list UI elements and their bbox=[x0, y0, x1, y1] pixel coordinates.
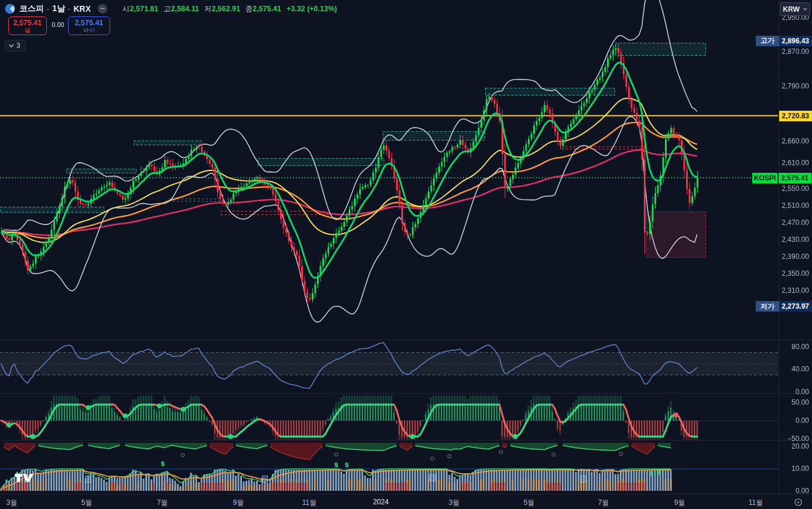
price-axis[interactable]: 2,950.002,870.002,790.002,660.002,610.00… bbox=[779, 0, 812, 494]
level-line-marker: 2,720.83 bbox=[779, 111, 812, 121]
session-high-marker: 고가 2,896.43 bbox=[756, 36, 812, 46]
spread-value: 0.00 bbox=[49, 21, 67, 28]
rsi-tick-label: 40.00 bbox=[779, 365, 812, 374]
currency-selector[interactable]: KRW bbox=[780, 2, 810, 16]
price-tick-label: 2,390.00 bbox=[779, 252, 812, 261]
osc-tick-label: 0.00 bbox=[779, 416, 812, 425]
session-low-marker: 저가 2,273.97 bbox=[756, 301, 812, 312]
time-month-label: 7월 bbox=[598, 498, 609, 508]
symbol-name[interactable]: 코스피 bbox=[19, 4, 44, 14]
ohlc-pair: 종2,575.41 bbox=[245, 4, 281, 14]
time-month-label: 3월 bbox=[449, 498, 460, 508]
ohlc-value: 2,575.41 bbox=[253, 5, 281, 13]
lower-tick-label: 20.00 bbox=[779, 442, 812, 451]
buy-price: 2,575.41 bbox=[75, 19, 104, 27]
ohlc-label: 시 bbox=[122, 5, 130, 13]
time-month-label: 11월 bbox=[302, 498, 316, 508]
gear-icon bbox=[794, 498, 803, 507]
price-tick-label: 2,870.00 bbox=[779, 47, 812, 56]
time-month-label: 11월 bbox=[749, 498, 763, 508]
currency-label: KRW bbox=[783, 5, 799, 13]
price-tick-label: 2,470.00 bbox=[779, 218, 812, 227]
price-tick-label: 2,610.00 bbox=[779, 159, 812, 168]
high-tag: 고가 bbox=[756, 36, 779, 46]
tradingview-logo-icon bbox=[14, 472, 34, 484]
price-tick-label: 2,430.00 bbox=[779, 235, 812, 244]
indicators-count: 3 bbox=[16, 42, 21, 50]
sell-button[interactable]: 2,575.41 셀 bbox=[8, 16, 47, 35]
ohlc-label: 종 bbox=[245, 5, 253, 13]
rsi-tick-label: 0.00 bbox=[779, 388, 812, 397]
change-value: +3.32 (+0.13%) bbox=[286, 5, 337, 13]
price-chart-canvas[interactable] bbox=[0, 0, 812, 509]
current-value: 2,575.41 bbox=[779, 173, 811, 183]
exchange-label: KRX bbox=[73, 4, 91, 13]
sell-price: 2,575.41 bbox=[13, 19, 42, 27]
price-tick-label: 2,310.00 bbox=[779, 286, 812, 295]
time-year-label: 2024 bbox=[373, 498, 389, 506]
lower-tick-label: 10.00 bbox=[779, 464, 812, 473]
osc-tick-label: 50.00 bbox=[779, 398, 812, 407]
sell-label: 셀 bbox=[25, 27, 30, 33]
time-axis[interactable]: 3월5월7월9월11월20243월5월7월9월11월 bbox=[0, 494, 812, 509]
chevron-down-icon bbox=[9, 44, 14, 47]
price-tick-label: 2,790.00 bbox=[779, 82, 812, 91]
buy-button[interactable]: 2,575.41 바이 bbox=[68, 16, 110, 35]
ohlc-label: 고 bbox=[163, 5, 171, 13]
time-month-label: 5월 bbox=[81, 498, 93, 508]
axis-settings-button[interactable] bbox=[792, 497, 804, 507]
ohlc-value: 2,584.11 bbox=[171, 5, 199, 13]
ohlc-pair: 저2,562.91 bbox=[204, 4, 240, 14]
level-value: 2,720.83 bbox=[782, 112, 809, 120]
separator: · bbox=[47, 5, 49, 13]
ohlc-value: 2,571.81 bbox=[130, 5, 159, 13]
tradingview-logo[interactable] bbox=[14, 472, 34, 486]
low-tag: 저가 bbox=[756, 301, 779, 312]
buy-label: 바이 bbox=[83, 27, 95, 33]
ohlc-pair: 시2,571.81 bbox=[122, 4, 158, 14]
chart-header: 코스피 · 1날 · KRX – 시2,571.81고2,584.11저2,56… bbox=[5, 2, 337, 15]
low-value: 2,273.97 bbox=[779, 301, 812, 312]
collapse-legend-button[interactable]: – bbox=[98, 4, 107, 13]
rsi-tick-label: 80.00 bbox=[779, 343, 812, 351]
ohlc-label: 저 bbox=[204, 5, 212, 13]
price-tick-label: 2,510.00 bbox=[779, 201, 812, 210]
current-price-marker: KOSPI 2,575.41 bbox=[752, 173, 811, 183]
trading-chart-app: 코스피 · 1날 · KRX – 시2,571.81고2,584.11저2,56… bbox=[0, 0, 812, 509]
price-tick-label: 2,550.00 bbox=[779, 185, 812, 193]
symbol-logo-icon bbox=[5, 4, 15, 14]
time-month-label: 9월 bbox=[233, 498, 244, 508]
time-month-label: 9월 bbox=[674, 498, 685, 508]
ohlc-row: 시2,571.81고2,584.11저2,562.91종2,575.41 bbox=[122, 4, 286, 14]
interval-label[interactable]: 1날 bbox=[52, 4, 65, 14]
indicators-collapse-button[interactable]: 3 bbox=[5, 40, 26, 52]
current-tag: KOSPI bbox=[752, 173, 777, 183]
ohlc-pair: 고2,584.11 bbox=[163, 4, 199, 14]
time-month-label: 7월 bbox=[157, 498, 168, 508]
time-month-label: 5월 bbox=[524, 498, 535, 508]
price-tick-label: 2,350.00 bbox=[779, 269, 812, 278]
time-month-label: 3월 bbox=[6, 498, 18, 508]
chevron-down-icon bbox=[803, 8, 807, 11]
separator: · bbox=[68, 5, 70, 13]
high-value: 2,896.43 bbox=[779, 36, 812, 46]
ohlc-value: 2,562.91 bbox=[211, 5, 240, 13]
price-tick-label: 2,660.00 bbox=[779, 137, 812, 146]
